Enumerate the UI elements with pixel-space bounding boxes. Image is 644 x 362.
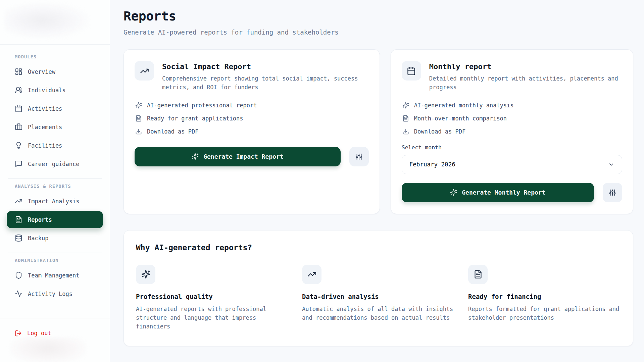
sidebar-item-placements[interactable]: Placements xyxy=(7,118,103,136)
sidebar-item-backup[interactable]: Backup xyxy=(7,229,103,247)
feature-text: Download as PDF xyxy=(147,128,199,135)
calendar-icon xyxy=(407,66,416,75)
month-select-value: February 2026 xyxy=(409,161,455,168)
feature-list: AI-generated monthly analysis Month-over… xyxy=(402,102,622,135)
feature-item: AI-generated professional report xyxy=(135,102,369,109)
column-text: AI-generated reports with professional s… xyxy=(136,305,289,331)
column-title: Data-driven analysis xyxy=(302,293,455,300)
trending-up-icon xyxy=(15,197,22,205)
sidebar-item-overview[interactable]: Overview xyxy=(7,63,103,80)
calendar-icon xyxy=(15,105,22,112)
section-label-modules: MODULES xyxy=(15,54,103,59)
sidebar-item-team-management[interactable]: Team Management xyxy=(7,267,103,284)
download-icon xyxy=(402,128,409,135)
why-column-data-driven-analysis: Data-driven analysis Automatic analysis … xyxy=(302,265,455,331)
card-actions: Generate Impact Report xyxy=(135,147,369,166)
why-ai-reports-card: Why AI-generated reports? Professional q… xyxy=(123,230,633,346)
card-head: Monthly report Detailed monthly report w… xyxy=(402,61,622,92)
shield-icon xyxy=(15,271,22,279)
why-column-professional-quality: Professional quality AI-generated report… xyxy=(136,265,289,331)
feature-item: AI-generated monthly analysis xyxy=(402,102,622,109)
impact-report-options-button[interactable] xyxy=(349,147,369,166)
sidebar-divider xyxy=(8,253,102,253)
feature-text: AI-generated monthly analysis xyxy=(414,102,514,109)
sidebar-footer: Log out xyxy=(0,318,110,362)
sidebar-item-activity-logs[interactable]: Activity Logs xyxy=(7,285,103,302)
logo-area xyxy=(0,0,110,45)
feature-item: Ready for grant applications xyxy=(135,115,369,122)
column-icon-box xyxy=(468,265,488,284)
trending-up-icon xyxy=(307,270,316,279)
chevron-down-icon xyxy=(608,161,614,168)
select-month-label: Select month xyxy=(402,144,622,151)
chat-icon xyxy=(15,160,22,168)
page-title: Reports xyxy=(123,9,633,23)
sidebar-item-reports[interactable]: Reports xyxy=(7,211,103,228)
sparkles-icon xyxy=(135,102,142,109)
sidebar-item-label: Facilities xyxy=(28,142,62,149)
card-description: Detailed monthly report with activities,… xyxy=(429,74,622,92)
card-description: Comprehensive report showing total socia… xyxy=(162,74,363,92)
sidebar-item-label: Overview xyxy=(28,68,55,75)
database-icon xyxy=(15,234,22,242)
sparkles-icon xyxy=(141,270,150,279)
why-column-ready-for-financing: Ready for financing Reports formatted fo… xyxy=(468,265,621,331)
section-label-analysis-reports: ANALYSIS & REPORTS xyxy=(15,184,103,189)
sliders-icon xyxy=(609,189,616,196)
file-text-icon xyxy=(15,216,22,223)
card-actions: Generate Monthly Report xyxy=(402,183,622,202)
briefcase-icon xyxy=(15,123,22,131)
report-cards-row: Social Impact Report Comprehensive repor… xyxy=(123,49,633,214)
column-text: Automatic analysis of all data with insi… xyxy=(302,305,455,322)
log-out-icon xyxy=(15,330,22,337)
column-icon-box xyxy=(136,265,155,284)
sidebar-item-label: Activities xyxy=(28,105,62,112)
sidebar-item-label: Impact Analysis xyxy=(28,198,80,205)
feature-item: Download as PDF xyxy=(135,128,369,135)
user-info-blur xyxy=(9,338,87,362)
card-title: Social Impact Report xyxy=(162,62,363,71)
social-impact-report-card: Social Impact Report Comprehensive repor… xyxy=(123,49,380,214)
column-text: Reports formatted for grant applications… xyxy=(468,305,621,322)
feature-text: Ready for grant applications xyxy=(147,115,243,122)
sidebar-item-impact-analysis[interactable]: Impact Analysis xyxy=(7,193,103,210)
sidebar-item-label: Activity Logs xyxy=(28,291,72,297)
download-icon xyxy=(135,128,142,135)
column-title: Ready for financing xyxy=(468,293,621,300)
sidebar-item-label: Individuals xyxy=(28,87,66,94)
sidebar-item-facilities[interactable]: Facilities xyxy=(7,137,103,154)
logo-blur xyxy=(5,3,89,38)
column-title: Professional quality xyxy=(136,293,289,300)
sidebar-item-label: Reports xyxy=(28,216,52,223)
month-select[interactable]: February 2026 xyxy=(402,155,622,174)
sidebar-nav: MODULES Overview Individuals Activities … xyxy=(0,45,110,318)
card-icon-box xyxy=(402,61,421,81)
card-head: Social Impact Report Comprehensive repor… xyxy=(135,61,369,92)
sidebar-item-career-guidance[interactable]: Career guidance xyxy=(7,155,103,172)
card-head-text: Social Impact Report Comprehensive repor… xyxy=(162,61,363,92)
logout-label: Log out xyxy=(27,330,51,337)
sidebar-item-label: Placements xyxy=(28,124,62,131)
monthly-report-options-button[interactable] xyxy=(603,183,622,202)
generate-impact-report-button[interactable]: Generate Impact Report xyxy=(135,147,341,166)
feature-text: Download as PDF xyxy=(414,128,466,135)
feature-text: AI-generated professional report xyxy=(147,102,257,109)
file-text-icon xyxy=(402,115,409,122)
file-text-icon xyxy=(135,115,142,122)
section-label-administration: ADMINISTRATION xyxy=(15,258,103,263)
why-card-title: Why AI-generated reports? xyxy=(136,243,621,252)
column-icon-box xyxy=(302,265,321,284)
sidebar-item-individuals[interactable]: Individuals xyxy=(7,82,103,99)
sidebar-item-activities[interactable]: Activities xyxy=(7,100,103,117)
generate-monthly-report-button[interactable]: Generate Monthly Report xyxy=(402,183,594,202)
card-head-text: Monthly report Detailed monthly report w… xyxy=(429,61,622,92)
sparkles-icon xyxy=(402,102,409,109)
card-title: Monthly report xyxy=(429,62,622,71)
sidebar: MODULES Overview Individuals Activities … xyxy=(0,0,110,362)
logout-button[interactable]: Log out xyxy=(7,327,103,339)
sparkles-icon xyxy=(450,189,457,196)
users-icon xyxy=(15,86,22,94)
sidebar-divider xyxy=(8,178,102,179)
sliders-icon xyxy=(355,153,363,160)
card-icon-box xyxy=(135,61,154,81)
